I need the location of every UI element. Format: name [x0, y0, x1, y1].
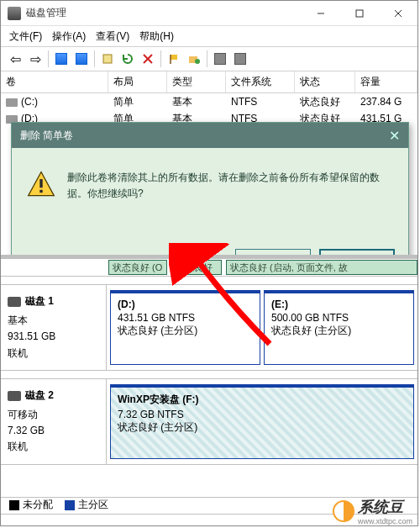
swatch-unallocated: [9, 500, 19, 510]
watermark-icon: [333, 500, 354, 522]
properties-icon: [102, 53, 113, 65]
partition-f[interactable]: WinXP安装盘 (F:) 7.32 GB NTFS 状态良好 (主分区): [110, 384, 414, 459]
view-grid-button[interactable]: [52, 50, 71, 68]
app-icon: [8, 7, 21, 20]
volume-table-header: 卷 布局 类型 文件系统 状态 容量: [1, 71, 417, 93]
col-fs[interactable]: 文件系统: [226, 71, 295, 92]
minimize-button[interactable]: [302, 1, 340, 26]
disk-graphical-view: 状态良好 (O 状态良好 状态良好 (启动, 页面文件, 故 磁盘 1 基本 9…: [1, 255, 417, 497]
dialog-titlebar[interactable]: 删除 简单卷 ✕: [12, 123, 408, 148]
menu-file[interactable]: 文件(F): [9, 29, 42, 44]
menu-view[interactable]: 查看(V): [96, 29, 129, 44]
disk-icon: [214, 53, 226, 65]
add-button[interactable]: [185, 50, 203, 68]
swatch-primary: [65, 500, 75, 510]
disk-panel-1: 磁盘 1 基本 931.51 GB 联机 (D:) 431.51 GB NTFS…: [1, 284, 417, 370]
legend-primary: 主分区: [78, 499, 108, 510]
partition-fragment[interactable]: 状态良好: [171, 260, 222, 275]
svg-rect-12: [39, 179, 42, 187]
disk-panel-2: 磁盘 2 可移动 7.32 GB 联机 WinXP安装盘 (F:) 7.32 G…: [1, 378, 417, 464]
partition-d[interactable]: (D:) 431.51 GB NTFS 状态良好 (主分区): [110, 290, 260, 365]
flag-icon: [168, 53, 180, 65]
grid-icon: [55, 53, 67, 65]
flag-button[interactable]: [165, 50, 183, 68]
list-icon: [76, 53, 87, 65]
menu-action[interactable]: 操作(A): [52, 29, 86, 44]
partition-e[interactable]: (E:) 500.00 GB NTFS 状态良好 (主分区): [264, 290, 414, 365]
arrow-right-icon: ⇨: [30, 51, 41, 67]
col-volume[interactable]: 卷: [1, 71, 108, 92]
delete-button[interactable]: [139, 50, 157, 68]
close-button[interactable]: [379, 1, 417, 26]
disk-icon: [234, 53, 246, 65]
hdd-icon: [8, 297, 21, 307]
svg-rect-4: [103, 55, 112, 63]
col-status[interactable]: 状态: [295, 71, 355, 92]
back-button[interactable]: ⇦: [6, 50, 24, 68]
table-row[interactable]: (C:) 简单 基本 NTFS 状态良好 237.84 G: [1, 93, 417, 110]
legend-unallocated: 未分配: [23, 499, 53, 510]
col-layout[interactable]: 布局: [108, 71, 167, 92]
menubar: 文件(F) 操作(A) 查看(V) 帮助(H): [1, 26, 417, 46]
partition-fragment[interactable]: 状态良好 (O: [108, 260, 167, 275]
dialog-title-text: 删除 简单卷: [20, 129, 73, 143]
disk-info[interactable]: 磁盘 2 可移动 7.32 GB 联机: [1, 379, 107, 464]
arrow-left-icon: ⇦: [10, 51, 21, 67]
svg-rect-13: [39, 190, 42, 193]
hdd-icon: [8, 391, 21, 401]
col-capacity[interactable]: 容量: [355, 71, 417, 92]
refresh-button[interactable]: [118, 50, 137, 68]
maximize-button[interactable]: [340, 1, 379, 26]
forward-button[interactable]: ⇨: [26, 50, 45, 68]
col-type[interactable]: 类型: [167, 71, 226, 92]
svg-point-10: [195, 59, 200, 64]
properties-button[interactable]: [98, 50, 117, 68]
menu-help[interactable]: 帮助(H): [139, 29, 174, 44]
titlebar: 磁盘管理: [1, 1, 417, 26]
x-icon: [142, 53, 154, 65]
refresh-icon: [122, 53, 134, 65]
watermark: 系统豆 www.xtdtpc.com: [333, 497, 412, 525]
tool-b-button[interactable]: [231, 50, 249, 68]
dialog-close-button[interactable]: ✕: [389, 128, 400, 144]
folder-plus-icon: [188, 53, 200, 65]
svg-rect-7: [171, 55, 177, 60]
view-list-button[interactable]: [72, 50, 91, 68]
toolbar: ⇦ ⇨: [1, 46, 417, 71]
tool-a-button[interactable]: [211, 50, 229, 68]
disk-info[interactable]: 磁盘 1 基本 931.51 GB 联机: [1, 285, 107, 370]
partition-fragment[interactable]: 状态良好 (启动, 页面文件, 故: [226, 260, 417, 275]
window-title: 磁盘管理: [26, 6, 66, 20]
volume-icon: [6, 98, 18, 107]
svg-rect-1: [356, 10, 363, 17]
dialog-message: 删除此卷将清除其上的所有数据。请在删除之前备份所有希望保留的数据。你想继续吗?: [67, 170, 393, 234]
warning-icon: [27, 170, 55, 198]
